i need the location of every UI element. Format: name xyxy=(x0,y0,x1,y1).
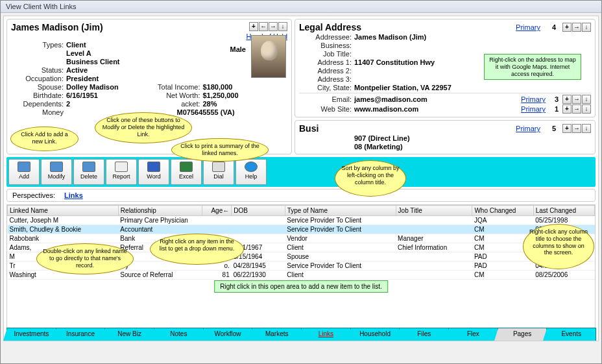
empty-area-hint: Right click in this open area to add a n… xyxy=(214,280,388,293)
client-portrait xyxy=(251,35,286,78)
col-header[interactable]: Linked Name xyxy=(8,206,119,216)
delete-icon xyxy=(82,162,95,172)
modify-icon xyxy=(50,162,63,172)
callout-right: Right click on any item in the list to g… xyxy=(150,234,244,265)
dial-icon xyxy=(212,162,225,172)
add-button[interactable]: Add xyxy=(8,159,40,185)
spouse-value: Dolley Madison xyxy=(66,83,151,91)
table-row[interactable]: Smith, Chudley & BookieAccountantService… xyxy=(8,225,595,234)
contact-primary-link[interactable]: Primary xyxy=(518,95,546,103)
city-value: Montpelier Station, VA 22957 xyxy=(354,84,591,91)
money-label: Money xyxy=(11,108,66,116)
bottom-tabs: InvestmentsInsuranceNew BizNotesWorkflow… xyxy=(6,328,596,341)
address-count: 4 xyxy=(547,23,556,31)
addr-nav-add[interactable]: + xyxy=(562,23,572,32)
tab-insurance[interactable]: Insurance xyxy=(56,328,106,341)
dep-label: Dependents: xyxy=(11,100,66,108)
col-header[interactable]: Age← xyxy=(202,206,232,216)
tab-pages[interactable]: Pages xyxy=(498,328,548,341)
word-icon xyxy=(147,162,160,172)
excel-button[interactable]: Excel xyxy=(171,159,202,185)
address-heading: Legal Address xyxy=(299,22,516,32)
status-label: Status: xyxy=(11,66,66,74)
help-icon xyxy=(245,162,258,172)
dial-button[interactable]: Dial xyxy=(203,159,234,185)
nav-add[interactable]: + xyxy=(249,22,258,31)
tab-events[interactable]: Events xyxy=(546,328,596,341)
nav-next[interactable]: → xyxy=(269,22,278,31)
address-primary-link[interactable]: Primary xyxy=(516,23,540,31)
addressee-value: James Madison (Jim) xyxy=(354,33,591,41)
col-header[interactable]: DOB xyxy=(232,206,285,216)
biz-nav-next[interactable]: → xyxy=(572,124,581,133)
tab-flex[interactable]: Flex xyxy=(448,328,498,341)
networth-label: Net Worth: xyxy=(151,91,203,99)
help-button[interactable]: Help xyxy=(235,159,267,185)
tab-links[interactable]: Links xyxy=(301,328,351,341)
tab-workflow[interactable]: Workflow xyxy=(203,328,253,341)
perspectives-bar: Perspectives: Links xyxy=(6,189,596,202)
birth-label: Birthdate: xyxy=(11,91,66,99)
contact-value: www.madison.com xyxy=(354,105,518,113)
callout-cols: Right-click any column title to choose t… xyxy=(523,224,594,269)
tab-files[interactable]: Files xyxy=(399,328,449,341)
dep-value: 2 xyxy=(66,100,151,108)
delete-button[interactable]: Delete xyxy=(73,159,104,185)
biz-line-2: 08 (Marketing) xyxy=(354,143,591,151)
table-row[interactable]: Cutter, Joseph MPrimary Care PhysicianSe… xyxy=(8,216,595,225)
col-header[interactable]: Relationship xyxy=(118,206,202,216)
perspectives-links[interactable]: Links xyxy=(64,191,83,199)
content-area: James Madison (Jim) + ← → ↓ Head of Hsld… xyxy=(3,16,599,341)
nav-group-client: + ← → ↓ xyxy=(249,22,287,32)
spouse-label: Spouse: xyxy=(11,83,66,91)
table-row[interactable]: RabobankBankVendorManagerCM09/25/2003 xyxy=(8,234,595,243)
addr-nav-down[interactable]: ↓ xyxy=(582,23,591,32)
contact-row: Email:james@madison.comPrimary3+→↓ xyxy=(299,95,591,104)
business-primary-link[interactable]: Primary xyxy=(516,125,540,132)
tab-new-biz[interactable]: New Biz xyxy=(104,328,154,341)
tab-household[interactable]: Household xyxy=(350,328,400,341)
col-header[interactable]: Who Changed xyxy=(472,206,533,216)
business-heading: Busi xyxy=(299,123,516,134)
biz-nav-down[interactable]: ↓ xyxy=(582,124,591,133)
types-label: Types: xyxy=(11,41,66,49)
perspectives-label: Perspectives: xyxy=(12,191,55,199)
biz-nav-add[interactable]: + xyxy=(562,124,572,133)
right-column: Legal Address Primary 4 + → ↓ Addressee:… xyxy=(295,16,598,157)
bracket-label: acket: xyxy=(151,100,203,108)
callout-add: Click Add to add a new Link. xyxy=(10,127,78,151)
callout-addr: Right-click on the address to map it wit… xyxy=(484,54,581,80)
business-count: 5 xyxy=(547,125,556,132)
modify-button[interactable]: Modify xyxy=(41,159,72,185)
app-window: View Client With Links James Madison (Ji… xyxy=(0,0,602,364)
contact-count: 3 xyxy=(546,95,559,103)
nav-prev[interactable]: ← xyxy=(259,22,268,31)
income-value: $180,000 xyxy=(203,83,288,91)
col-header[interactable]: Type of Name xyxy=(285,206,396,216)
toolbar: AddModifyDeleteReportWordExcelDialHelp xyxy=(6,157,596,187)
tab-notes[interactable]: Notes xyxy=(154,328,204,341)
income-label: Total Income: xyxy=(151,83,203,91)
phone-partial: M075645555 (VA) xyxy=(177,108,288,116)
tab-investments[interactable]: Investments xyxy=(6,328,56,341)
word-button[interactable]: Word xyxy=(138,159,169,185)
bracket-value: 28% xyxy=(203,100,288,108)
addr-nav-next[interactable]: → xyxy=(572,23,581,32)
report-button[interactable]: Report xyxy=(106,159,137,185)
gender-label: Male xyxy=(230,45,246,53)
tab-markets[interactable]: Markets xyxy=(252,328,302,341)
contact-row: Web Site:www.madison.comPrimary1+→↓ xyxy=(299,104,591,114)
birth-value: 6/16/1951 xyxy=(66,91,151,99)
occupation-label: Occupation: xyxy=(11,75,66,82)
contact-count: 1 xyxy=(546,105,559,113)
excel-icon xyxy=(180,162,193,172)
col-header[interactable]: Last Changed xyxy=(533,206,594,216)
business-pane: Busi Primary 5 + → ↓ 907 (Direct Line) 0… xyxy=(295,120,596,154)
contact-primary-link[interactable]: Primary xyxy=(518,105,546,113)
callout-dbl: Double-click on any linked name to go di… xyxy=(36,243,134,274)
report-icon xyxy=(115,162,128,172)
callout-sort: Sort by any column by left-clicking on t… xyxy=(335,160,406,197)
nav-down[interactable]: ↓ xyxy=(278,22,287,31)
col-header[interactable]: Job Title xyxy=(396,206,472,216)
callout-print: Click to print a summary of the linked n… xyxy=(171,138,269,162)
